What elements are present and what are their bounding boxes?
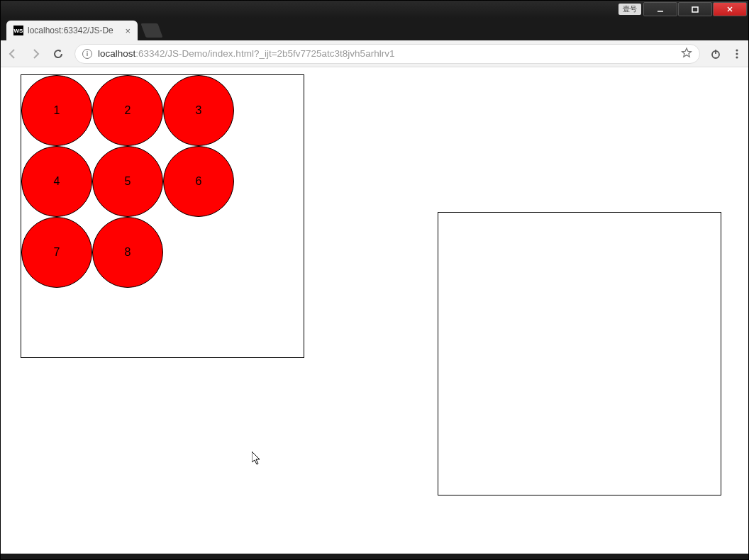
svg-point-8 [736,52,738,55]
circle-item[interactable]: 1 [21,75,92,146]
page-content: 1 2 3 4 5 6 7 8 [1,67,748,554]
circle-item[interactable]: 8 [92,217,163,288]
forward-icon[interactable] [29,47,42,60]
cursor-icon [252,452,263,466]
browser-tabs-area: WS localhost:63342/JS-De × [1,18,748,40]
reload-icon[interactable] [52,47,65,60]
maximize-button[interactable] [678,2,712,16]
new-tab-button[interactable] [140,23,162,38]
circle-item[interactable]: 5 [92,146,163,217]
url-path: :63342/JS-Demo/index.html?_ijt=2b5fv7725… [135,48,394,59]
circle-item[interactable]: 7 [21,217,92,288]
url-text: localhost:63342/JS-Demo/index.html?_ijt=… [98,48,394,59]
menu-icon[interactable] [731,48,743,60]
title-bar: 壹号 [1,1,748,18]
window-bottom-border [1,554,748,559]
address-bar-row: i localhost:63342/JS-Demo/index.html?_ij… [1,40,748,67]
browser-tab[interactable]: WS localhost:63342/JS-De × [6,21,138,40]
svg-marker-4 [682,48,692,57]
address-bar[interactable]: i localhost:63342/JS-Demo/index.html?_ij… [74,44,700,64]
window-frame: 壹号 WS localhost:63342/JS-De × i lo [0,0,749,560]
circle-item[interactable]: 4 [21,146,92,217]
minimize-button[interactable] [643,2,677,16]
title-bar-label: 壹号 [618,4,641,15]
circle-item[interactable]: 2 [92,75,163,146]
svg-marker-10 [252,452,260,464]
close-button[interactable] [713,2,747,16]
bookmark-star-icon[interactable] [681,47,692,60]
info-icon[interactable]: i [82,49,92,59]
box-right [438,212,721,495]
url-host: localhost [98,48,135,59]
tab-title: localhost:63342/JS-De [28,26,113,35]
favicon-icon: WS [13,26,23,35]
close-tab-icon[interactable]: × [125,26,131,36]
power-icon[interactable] [710,48,721,60]
circle-item[interactable]: 3 [163,75,234,146]
circle-item[interactable]: 6 [163,146,234,217]
svg-point-9 [736,56,738,58]
box-left: 1 2 3 4 5 6 7 8 [21,74,304,358]
svg-point-7 [736,49,738,51]
svg-rect-1 [692,7,698,12]
back-icon[interactable] [6,47,19,60]
